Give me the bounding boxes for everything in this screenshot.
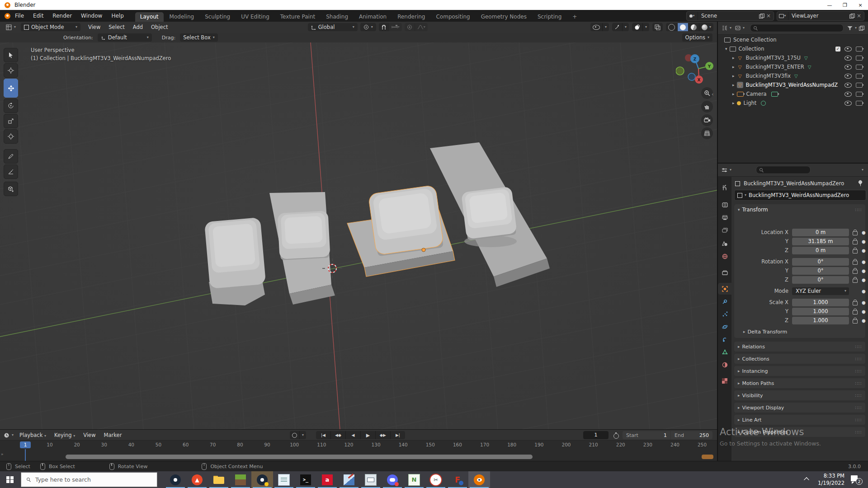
animate-dot[interactable]: ● bbox=[862, 239, 866, 244]
panel-viewport-display[interactable]: ▸Viewport Display∷∷ bbox=[734, 403, 865, 413]
location-y-field[interactable]: 31.185 m bbox=[792, 238, 849, 245]
properties-options-dropdown[interactable]: ▾ bbox=[862, 168, 863, 172]
animate-dot[interactable]: ● bbox=[862, 277, 866, 282]
tab-material[interactable] bbox=[718, 359, 731, 371]
add-workspace-button[interactable]: + bbox=[567, 12, 582, 22]
outliner-editor-type-button[interactable]: ▾ bbox=[720, 24, 733, 32]
tool-measure[interactable] bbox=[4, 164, 18, 179]
new-collection-icon[interactable] bbox=[859, 26, 863, 30]
prev-keyframe-button[interactable]: ◀◆ bbox=[330, 431, 345, 439]
tool-cursor[interactable] bbox=[4, 63, 18, 78]
proportional-edit-toggle[interactable] bbox=[405, 23, 415, 31]
taskbar-app-image-editor[interactable] bbox=[338, 471, 360, 488]
timeline-menu-playback[interactable]: Playback ▾ bbox=[15, 432, 50, 438]
auto-key-dropdown[interactable]: ▾ bbox=[299, 431, 306, 439]
properties-search[interactable] bbox=[756, 166, 811, 174]
close-button[interactable]: × bbox=[853, 0, 868, 10]
timeline-track-area[interactable]: » bbox=[0, 449, 717, 461]
panel-drag-dots[interactable]: ∷∷ bbox=[855, 357, 862, 361]
tab-object-data[interactable] bbox=[718, 346, 731, 358]
shading-wireframe-button[interactable] bbox=[666, 23, 677, 31]
render-camera-icon[interactable] bbox=[856, 47, 863, 52]
viewport-menu-select[interactable]: Select bbox=[104, 24, 128, 30]
location-x-field[interactable]: 0 m bbox=[792, 229, 849, 236]
end-frame-field[interactable]: End250 bbox=[671, 431, 712, 439]
rotation-mode-dropdown[interactable]: XYZ Euler▾ bbox=[792, 287, 849, 295]
workspace-tab-rendering[interactable]: Rendering bbox=[392, 12, 430, 22]
play-reverse-button[interactable]: ◀ bbox=[345, 431, 360, 439]
tab-render[interactable] bbox=[718, 199, 731, 211]
panel-collections[interactable]: ▸Collections∷∷ bbox=[734, 354, 865, 364]
expand-icon[interactable]: ▸ bbox=[732, 92, 735, 96]
keycap-object-enter[interactable] bbox=[269, 192, 335, 305]
viewport-menu-view[interactable]: View bbox=[84, 24, 104, 30]
lock-icon[interactable] bbox=[853, 319, 858, 324]
remove-viewlayer-icon[interactable]: × bbox=[854, 13, 864, 19]
viewport-menu-object[interactable]: Object bbox=[147, 24, 172, 30]
panel-instancing[interactable]: ▸Instancing∷∷ bbox=[734, 366, 865, 376]
show-object-types-dropdown[interactable]: ▾ bbox=[602, 23, 609, 31]
pin-icon[interactable] bbox=[858, 180, 863, 187]
outliner-row-mesh-175u[interactable]: ▸ ▽ BuckingMT3V3_175U ▽ bbox=[718, 53, 868, 62]
workspace-tab-layout[interactable]: Layout bbox=[135, 12, 164, 22]
scale-z-field[interactable]: 1.000 bbox=[792, 317, 849, 324]
taskbar-app-discord[interactable] bbox=[382, 471, 403, 488]
rotation-x-field[interactable]: 0° bbox=[792, 258, 849, 266]
scale-x-field[interactable]: 1.000 bbox=[792, 299, 849, 306]
shading-material-button[interactable] bbox=[688, 23, 699, 31]
workspace-tab-texture-paint[interactable]: Texture Paint bbox=[275, 12, 320, 22]
show-overlays-toggle[interactable] bbox=[632, 23, 642, 31]
tab-texture[interactable] bbox=[718, 375, 731, 387]
workspace-tab-scripting[interactable]: Scripting bbox=[533, 12, 566, 22]
lock-icon[interactable] bbox=[853, 261, 858, 265]
auto-key-toggle[interactable] bbox=[290, 431, 299, 439]
panel-visibility[interactable]: ▸Visibility∷∷ bbox=[734, 390, 865, 400]
expand-icon[interactable]: ▸ bbox=[732, 74, 735, 78]
outliner-row-light[interactable]: ▸ Light bbox=[718, 99, 868, 108]
orientation-setting-dropdown[interactable]: Default ▾ bbox=[98, 33, 152, 42]
tool-annotate[interactable] bbox=[4, 149, 18, 164]
animate-dot[interactable]: ● bbox=[862, 309, 866, 314]
taskbar-app-task-manager[interactable] bbox=[360, 471, 382, 488]
outliner-row-mesh-selected[interactable]: ▸ ▽ BucklingMT3V3_WeirdAssNumpadZ bbox=[718, 80, 868, 89]
panel-drag-dots[interactable]: ∷∷ bbox=[855, 381, 862, 386]
lock-icon[interactable] bbox=[853, 301, 858, 305]
location-z-field[interactable]: 0 m bbox=[792, 247, 849, 254]
outliner-display-mode-button[interactable]: ▾ bbox=[733, 24, 746, 32]
options-button[interactable]: Options ▾ bbox=[682, 33, 712, 42]
filter-icon[interactable] bbox=[847, 26, 853, 30]
outliner-row-collection[interactable]: ▾ Collection ✓ bbox=[718, 44, 868, 53]
outliner-row-camera[interactable]: ▸ Camera bbox=[718, 89, 868, 99]
tab-output[interactable] bbox=[718, 211, 731, 223]
gizmo-neg-y-ball[interactable] bbox=[676, 67, 684, 75]
menu-file[interactable]: File bbox=[10, 13, 28, 19]
editor-divider-vertical[interactable] bbox=[717, 22, 718, 461]
taskbar-app-explorer[interactable] bbox=[208, 471, 230, 488]
viewlayer-selector[interactable]: ▾ ViewLayer × bbox=[777, 11, 864, 21]
workspace-tab-uv-editing[interactable]: UV Editing bbox=[236, 12, 274, 22]
panel-drag-dots[interactable]: ∷∷ bbox=[855, 344, 862, 349]
taskbar-app-blender-active[interactable] bbox=[468, 471, 490, 488]
taskbar-app-cmd[interactable]: >_ bbox=[295, 471, 316, 488]
workspace-tab-compositing[interactable]: Compositing bbox=[431, 12, 475, 22]
mode-dropdown[interactable]: Object Mode ▾ bbox=[21, 23, 80, 31]
shading-solid-button[interactable] bbox=[677, 23, 688, 31]
rotation-y-field[interactable]: 0° bbox=[792, 267, 849, 275]
menu-help[interactable]: Help bbox=[107, 13, 128, 19]
render-camera-icon[interactable] bbox=[856, 65, 863, 70]
object-name-field[interactable]: ▾ BucklingMT3V3_WeirdAssNumpadZero bbox=[734, 190, 866, 201]
workspace-tab-shading[interactable]: Shading bbox=[321, 12, 353, 22]
taskbar-app-steam[interactable] bbox=[165, 471, 186, 488]
outliner-row-mesh-enter[interactable]: ▸ ▽ BuckingMT3V3_ENTER ▽ bbox=[718, 62, 868, 71]
taskbar-app-notepad-plus[interactable]: N bbox=[403, 471, 425, 488]
taskbar-app-snipping[interactable]: ✂ bbox=[425, 471, 447, 488]
panel-drag-dots[interactable]: ∷∷ bbox=[855, 430, 862, 435]
unlink-scene-icon[interactable]: × bbox=[764, 13, 774, 19]
render-camera-icon[interactable] bbox=[856, 83, 863, 88]
taskbar-app-minecraft[interactable] bbox=[230, 471, 251, 488]
collection-checkbox[interactable]: ✓ bbox=[835, 47, 840, 52]
hide-eye-icon[interactable] bbox=[844, 47, 852, 52]
render-camera-icon[interactable] bbox=[856, 74, 863, 79]
lock-icon[interactable] bbox=[853, 231, 858, 235]
properties-editor-type-button[interactable]: ▾ bbox=[720, 166, 733, 174]
